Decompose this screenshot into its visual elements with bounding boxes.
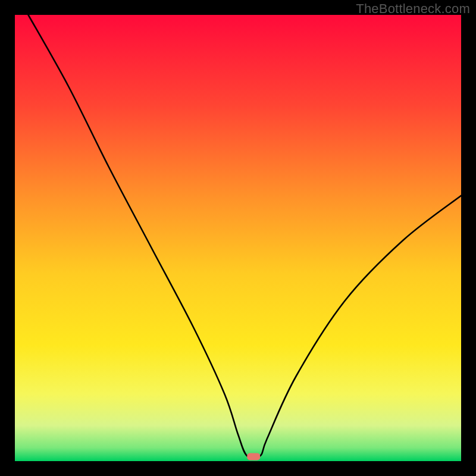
optimum-marker [247,453,260,461]
chart-svg [0,0,476,476]
bottleneck-chart: TheBottleneck.com [0,0,476,476]
chart-plot-area [15,15,461,461]
watermark-text: TheBottleneck.com [356,1,470,17]
